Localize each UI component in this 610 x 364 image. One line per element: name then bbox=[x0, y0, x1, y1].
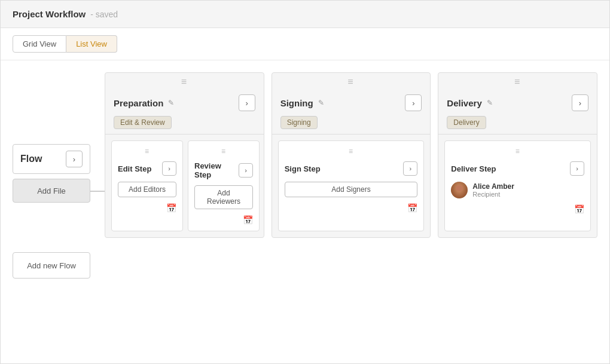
deliver-step-nav-button[interactable]: › bbox=[570, 161, 584, 176]
prep-title-row: Preparation ✎ bbox=[114, 98, 174, 108]
prep-header: Preparation ✎ › Edit & Review bbox=[105, 88, 264, 134]
review-step-drag: ≡ bbox=[194, 147, 253, 155]
avatar bbox=[451, 182, 468, 198]
edit-step-title: Edit Step bbox=[118, 164, 151, 173]
prep-nav-button[interactable]: › bbox=[239, 94, 255, 111]
add-file-card[interactable]: Add File bbox=[13, 179, 90, 203]
edit-step-title-row: Edit Step › bbox=[118, 161, 176, 176]
signing-edit-icon[interactable]: ✎ bbox=[318, 99, 324, 107]
signing-nav-button[interactable]: › bbox=[405, 94, 422, 111]
list-view-button[interactable]: List View bbox=[66, 35, 117, 53]
recipient-role: Recipient bbox=[472, 191, 514, 198]
chevron-right-icon: › bbox=[412, 99, 414, 108]
prep-drag-handle: ≡ bbox=[105, 73, 264, 88]
sign-step-drag: ≡ bbox=[285, 147, 418, 155]
signing-header: Signing ✎ › Signing bbox=[272, 88, 431, 134]
deliver-step-title: Deliver Step bbox=[451, 164, 496, 173]
signing-steps: ≡ Sign Step › Add Signers 📅 bbox=[272, 134, 431, 237]
recipient-row: Alice Amber Recipient bbox=[451, 182, 584, 198]
prep-steps: ≡ Edit Step › Add Editors 📅 ≡ bbox=[105, 134, 264, 237]
add-signers-button[interactable]: Add Signers bbox=[285, 182, 418, 197]
header: Project Workflow - saved bbox=[1, 1, 609, 28]
prep-title: Preparation bbox=[114, 98, 163, 108]
sign-step-title: Sign Step bbox=[285, 164, 321, 173]
add-new-flow-label: Add new Flow bbox=[27, 261, 76, 270]
add-editors-button[interactable]: Add Editors bbox=[118, 182, 176, 197]
chevron-right-icon: › bbox=[73, 155, 75, 164]
prep-header-top: Preparation ✎ › bbox=[114, 94, 255, 111]
stages-area: ≡ Preparation ✎ › Edit & Rev bbox=[105, 72, 597, 238]
chevron-right-icon: › bbox=[579, 99, 581, 108]
chevron-right-icon: › bbox=[246, 99, 248, 108]
stage-signing: ≡ Signing ✎ › Signing bbox=[272, 72, 431, 238]
signing-title: Signing bbox=[280, 98, 313, 108]
avatar-image bbox=[451, 182, 468, 198]
workflow-area: Flow › Add File ≡ bbox=[13, 72, 597, 238]
delivery-header-top: Delivery ✎ › bbox=[447, 94, 588, 111]
review-step-card: ≡ Review Step › Add Reviewers 📅 bbox=[188, 140, 260, 231]
delivery-header: Delivery ✎ › Delivery bbox=[438, 88, 597, 134]
delivery-title: Delivery bbox=[447, 98, 481, 108]
edit-step-card: ≡ Edit Step › Add Editors 📅 bbox=[111, 140, 183, 231]
stage-delivery: ≡ Delivery ✎ › Delivery bbox=[438, 72, 597, 238]
delivery-nav-button[interactable]: › bbox=[572, 94, 588, 111]
delivery-edit-icon[interactable]: ✎ bbox=[487, 99, 493, 107]
sign-step-card: ≡ Sign Step › Add Signers 📅 bbox=[278, 140, 425, 231]
edit-step-calendar-icon: 📅 bbox=[166, 203, 176, 213]
connector-line bbox=[90, 191, 105, 192]
flow-label: Flow bbox=[20, 154, 42, 164]
deliver-step-drag: ≡ bbox=[451, 147, 584, 155]
stage-preparation: ≡ Preparation ✎ › Edit & Rev bbox=[105, 72, 264, 238]
sign-step-nav-button[interactable]: › bbox=[403, 161, 417, 176]
grid-view-button[interactable]: Grid View bbox=[13, 35, 66, 53]
signing-drag-handle: ≡ bbox=[272, 73, 431, 88]
canvas: Flow › Add File ≡ bbox=[1, 60, 609, 363]
flow-nav-button[interactable]: › bbox=[66, 151, 83, 167]
deliver-step-card: ≡ Deliver Step › Alice Amber bbox=[444, 140, 591, 231]
saved-status: - saved bbox=[90, 10, 118, 19]
delivery-drag-handle: ≡ bbox=[438, 73, 597, 88]
toolbar: Grid View List View bbox=[1, 28, 609, 60]
review-step-title: Review Step bbox=[194, 161, 235, 179]
sign-step-title-row: Sign Step › bbox=[285, 161, 418, 176]
flow-box: Flow › Add File bbox=[13, 144, 90, 203]
sign-step-calendar-icon: 📅 bbox=[407, 203, 417, 213]
add-reviewers-button[interactable]: Add Reviewers bbox=[194, 185, 253, 209]
flow-card: Flow › bbox=[13, 144, 90, 174]
review-step-calendar-icon: 📅 bbox=[243, 215, 253, 225]
app-container: Project Workflow - saved Grid View List … bbox=[0, 0, 610, 364]
deliver-step-title-row: Deliver Step › bbox=[451, 161, 584, 176]
add-file-label: Add File bbox=[37, 186, 66, 195]
prep-edit-icon[interactable]: ✎ bbox=[168, 99, 174, 107]
delivery-steps: ≡ Deliver Step › Alice Amber bbox=[438, 134, 597, 237]
page-title: Project Workflow bbox=[13, 9, 86, 19]
signing-header-top: Signing ✎ › bbox=[280, 94, 422, 111]
edit-step-drag: ≡ bbox=[118, 147, 176, 155]
prep-badge: Edit & Review bbox=[114, 116, 172, 129]
delivery-badge: Delivery bbox=[447, 116, 486, 129]
edit-step-nav-button[interactable]: › bbox=[162, 161, 176, 176]
add-new-flow-card[interactable]: Add new Flow bbox=[13, 252, 90, 279]
deliver-step-calendar-icon: 📅 bbox=[574, 204, 584, 214]
recipient-name: Alice Amber bbox=[472, 182, 514, 191]
review-step-nav-button[interactable]: › bbox=[239, 163, 253, 178]
delivery-title-row: Delivery ✎ bbox=[447, 98, 492, 108]
recipient-info: Alice Amber Recipient bbox=[472, 182, 514, 198]
signing-badge: Signing bbox=[280, 116, 318, 129]
review-step-title-row: Review Step › bbox=[194, 161, 253, 179]
signing-title-row: Signing ✎ bbox=[280, 98, 324, 108]
